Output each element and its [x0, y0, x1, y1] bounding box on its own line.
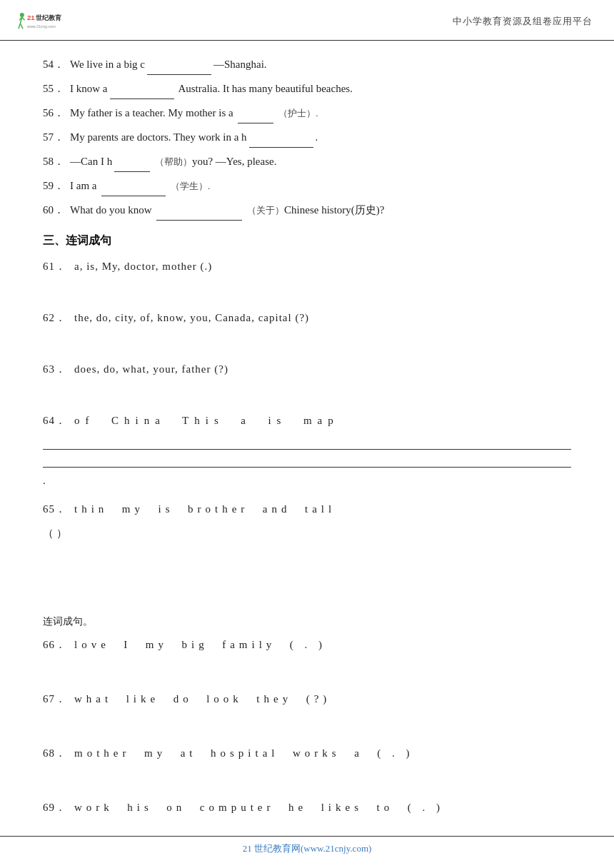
q62-line: 62． the, do, city, of, know, you, Canada… [43, 307, 571, 328]
q65-line: 65． thin my is brother and tall [43, 498, 571, 520]
section3-title: 三、连词成句 [43, 233, 571, 248]
footer: 21 世纪教育网(www.21cnjy.com) [0, 836, 614, 855]
svg-text:www.21cnjy.com: www.21cnjy.com [26, 24, 56, 29]
q62-space [43, 331, 571, 351]
svg-line-2 [19, 24, 20, 29]
q61-space [43, 280, 571, 300]
q65-space [43, 544, 571, 580]
q69-line: 69． work his on computer he likes to ( .… [43, 797, 571, 818]
q62-words: the, do, city, of, know, you, Canada, ca… [74, 307, 309, 328]
q59-blank [101, 196, 166, 196]
question-68: 68． mother my at hospital works a ( . ) [43, 742, 571, 789]
q67-space [43, 712, 571, 735]
q56-num: 56． [43, 102, 70, 123]
question-62: 62． the, do, city, of, know, you, Canada… [43, 307, 571, 351]
fill-blanks-section: 54． We live in a big c—Shanghai. 55． I k… [43, 54, 571, 221]
q57-text: My parents are doctors. They work in a h… [70, 126, 318, 148]
q64-line: 64． of China This a is map [43, 410, 571, 431]
q58-num: 58． [43, 151, 70, 172]
q68-line: 68． mother my at hospital works a ( . ) [43, 742, 571, 764]
question-64: 64． of China This a is map . [43, 410, 571, 491]
q59-text: I am a （学生）. [70, 175, 210, 196]
q55-num: 55． [43, 78, 70, 99]
footer-text: 21 世纪教育网(www.21cnjy.com) [243, 843, 372, 854]
q64-answer-lines: . [43, 434, 571, 491]
q60-blank [156, 220, 242, 221]
q54-blank [147, 74, 211, 75]
q61-line: 61． a, is, My, doctor, mother (.) [43, 256, 571, 277]
q63-words: does, do, what, your, father (?) [74, 358, 228, 380]
q57-blank [249, 147, 313, 148]
q56-blank [238, 123, 273, 123]
question-54: 54． We live in a big c—Shanghai. [43, 54, 571, 75]
q63-num: 63． [43, 358, 70, 380]
question-63: 63． does, do, what, your, father (?) [43, 358, 571, 403]
q55-blank [110, 99, 174, 99]
q61-num: 61． [43, 256, 70, 277]
question-65: 65． thin my is brother and tall （ ） [43, 498, 571, 580]
header-site-name: 中小学教育资源及组卷应用平台 [453, 15, 593, 28]
svg-point-0 [20, 13, 24, 17]
question-66: 66． love I my big family ( . ) [43, 634, 571, 681]
spacer1 [43, 587, 571, 608]
q66-words: love I my big family ( . ) [74, 634, 326, 655]
q66-space [43, 658, 571, 681]
question-58: 58． —Can I h （帮助）you? —Yes, please. [43, 151, 571, 172]
question-61: 61． a, is, My, doctor, mother (.) [43, 256, 571, 300]
q69-num: 69． [43, 797, 70, 818]
q64-num: 64． [43, 410, 70, 431]
question-67: 67． what like do look they (?) [43, 688, 571, 735]
question-56: 56． My father is a teacher. My mother is… [43, 102, 571, 123]
svg-line-4 [22, 17, 25, 20]
q58-blank [114, 171, 150, 172]
q64-words: of China This a is map [74, 410, 339, 431]
svg-text:世纪教育: 世纪教育 [36, 14, 62, 21]
q60-text: What do you know （关于）Chinese history(历史)… [70, 199, 384, 221]
q66-line: 66． love I my big family ( . ) [43, 634, 571, 655]
header: 21 世纪教育 www.21cnjy.com 中小学教育资源及组卷应用平台 [0, 0, 614, 41]
question-60: 60． What do you know （关于）Chinese history… [43, 199, 571, 221]
q59-num: 59． [43, 175, 70, 196]
logo-icon: 21 世纪教育 www.21cnjy.com [14, 7, 100, 36]
q54-num: 54． [43, 54, 70, 75]
logo-area: 21 世纪教育 www.21cnjy.com [14, 7, 100, 36]
q54-text: We live in a big c—Shanghai. [70, 54, 267, 75]
q67-words: what like do look they (?) [74, 688, 331, 710]
q67-num: 67． [43, 688, 70, 710]
q60-num: 60． [43, 199, 70, 221]
lian-ci-title: 连词成句。 [43, 615, 571, 628]
q66-num: 66． [43, 634, 70, 655]
q63-line: 63． does, do, what, your, father (?) [43, 358, 571, 380]
q67-line: 67． what like do look they (?) [43, 688, 571, 710]
svg-line-3 [20, 24, 23, 29]
q65-num: 65． [43, 498, 70, 520]
q68-num: 68． [43, 742, 70, 764]
q55-text: I know a Australia. It has many beautifu… [70, 78, 353, 99]
q68-words: mother my at hospital works a ( . ) [74, 742, 414, 764]
question-55: 55． I know a Australia. It has many beau… [43, 78, 571, 99]
question-59: 59． I am a （学生）. [43, 175, 571, 196]
q61-words: a, is, My, doctor, mother (.) [74, 256, 212, 277]
q65-words: thin my is brother and tall [74, 498, 336, 520]
q65-paren: （ ） [43, 523, 571, 544]
q57-num: 57． [43, 126, 70, 148]
q63-space [43, 383, 571, 403]
q58-text: —Can I h （帮助）you? —Yes, please. [70, 151, 276, 172]
question-57: 57． My parents are doctors. They work in… [43, 126, 571, 148]
q62-num: 62． [43, 307, 70, 328]
svg-text:21: 21 [27, 14, 35, 21]
main-content: 54． We live in a big c—Shanghai. 55． I k… [0, 41, 614, 865]
q56-text: My father is a teacher. My mother is a （… [70, 102, 318, 123]
q69-words: work his on computer he likes to ( . ) [74, 797, 444, 818]
q68-space [43, 767, 571, 789]
